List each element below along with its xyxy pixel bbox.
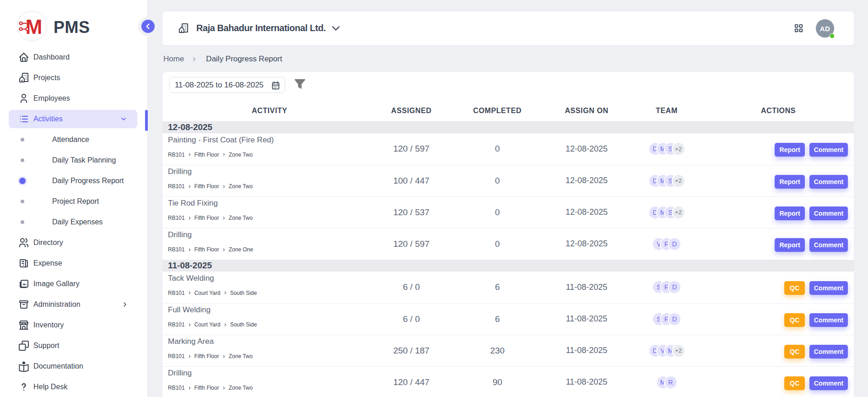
svg-text:M: M bbox=[26, 16, 43, 38]
